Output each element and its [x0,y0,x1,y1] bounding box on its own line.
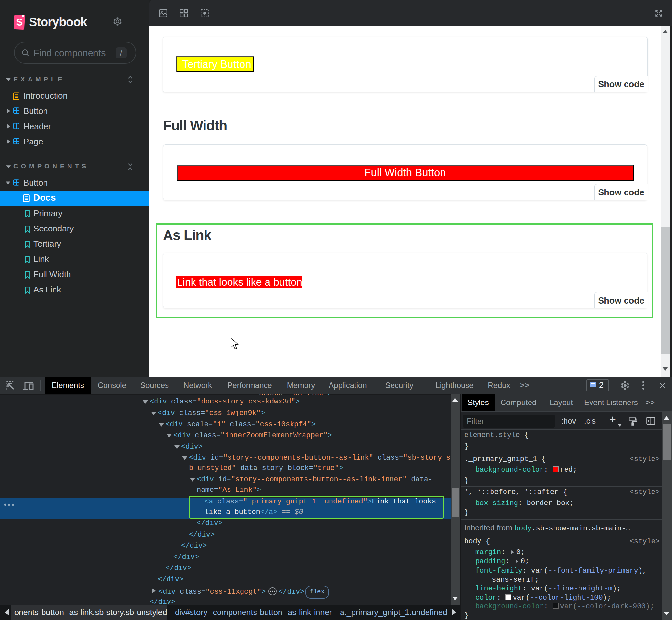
svg-text:S: S [16,16,23,28]
